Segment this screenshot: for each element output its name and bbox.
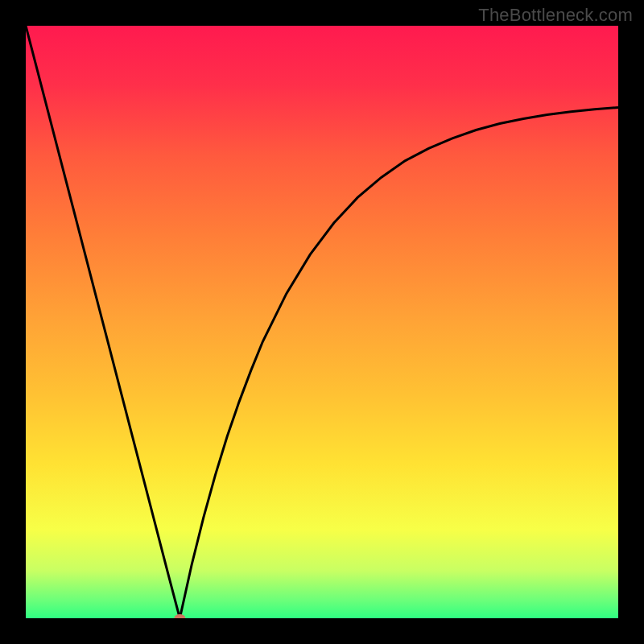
- watermark-text: TheBottleneck.com: [478, 5, 633, 26]
- gradient-background: [26, 26, 618, 618]
- chart-canvas: [26, 26, 618, 618]
- plot-area: [26, 26, 618, 618]
- chart-frame: TheBottleneck.com: [0, 0, 644, 644]
